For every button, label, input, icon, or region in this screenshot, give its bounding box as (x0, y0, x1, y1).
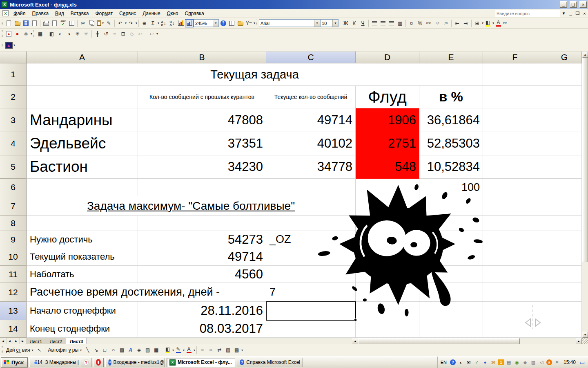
cell-B2[interactable]: Кол-во сообщений с прошлых курантов (138, 86, 266, 108)
copy-button[interactable] (87, 19, 96, 27)
line-button[interactable]: ╲ (83, 346, 92, 354)
line-color-button[interactable]: ✎ (174, 346, 183, 354)
cell-C12[interactable]: 7 (266, 283, 356, 302)
cell-D3[interactable]: 1906 (356, 108, 419, 132)
settings-button[interactable]: ✱ (22, 30, 30, 38)
font-size-select[interactable]: 10▾ (320, 19, 339, 27)
col-header-D[interactable]: D (356, 52, 419, 63)
cell-F8[interactable] (483, 216, 547, 231)
cell-D2[interactable]: Флуд (356, 86, 419, 108)
toolbar-grip[interactable] (2, 20, 3, 27)
restore-button[interactable]: ❏ (570, 1, 577, 8)
col-header-E[interactable]: E (419, 52, 483, 63)
increase-indent-button[interactable]: ⇥ (461, 19, 470, 27)
rectangle-button[interactable]: □ (100, 346, 109, 354)
taskbar-help-button[interactable]: ?Справка Microsoft Excel (237, 358, 303, 367)
reset-picture-button[interactable]: ↩ (136, 30, 145, 38)
tray-update-icon[interactable]: ● (482, 359, 488, 366)
menu-view[interactable]: Вид (52, 9, 67, 18)
cell-E12[interactable] (419, 283, 483, 302)
cell-B13[interactable]: 28.11.2016 (138, 302, 266, 320)
prev-sheet-button[interactable]: ◄ (7, 338, 13, 344)
zoom-dropdown-icon[interactable]: ▾ (213, 20, 218, 27)
cell-D9[interactable] (356, 231, 419, 248)
align-right-button[interactable] (387, 19, 396, 27)
font-color-dropdown-icon[interactable]: ▾ (194, 348, 195, 352)
cell-A10[interactable]: Текущий показатель (27, 248, 138, 266)
redo-button[interactable]: ↷ (127, 19, 135, 27)
insert-picture-button[interactable]: ▦ (36, 30, 45, 38)
cell-A5[interactable]: Бастион (27, 155, 138, 179)
tray-clock[interactable]: 15:40 (562, 359, 577, 365)
tray-mail-icon[interactable]: ✉ (466, 359, 472, 366)
cell-F10[interactable] (483, 248, 547, 266)
language-indicator[interactable]: EN (439, 360, 448, 365)
row-header-12[interactable]: 12 (0, 283, 27, 302)
cell-D11[interactable] (356, 266, 419, 283)
cell-G1[interactable] (547, 63, 582, 86)
col-header-A[interactable]: A (27, 52, 138, 63)
scroll-down-button[interactable]: ▼ (582, 332, 588, 338)
tray-display-icon[interactable]: ▭ (579, 359, 586, 366)
cell-D6[interactable] (356, 179, 419, 196)
italic-button[interactable]: К (350, 19, 359, 27)
col-header-B[interactable]: B (138, 52, 266, 63)
rotate-button[interactable]: ↺ (102, 30, 110, 38)
ask-question-input[interactable] (495, 10, 560, 17)
draw-actions-menu[interactable]: Действия▾ (4, 346, 35, 354)
cell-G2[interactable] (547, 86, 582, 108)
tray-avast-icon[interactable]: a (546, 359, 552, 365)
cell-G3[interactable] (547, 108, 582, 132)
cell-A7-merged[interactable]: Задача максимум- "Самые болтливые" (27, 196, 356, 216)
row-header-1[interactable]: 1 (0, 63, 27, 86)
line-style-button[interactable]: ≡ (198, 346, 207, 354)
bold-button[interactable]: Ж (341, 19, 350, 27)
oval-button[interactable]: ○ (109, 346, 118, 354)
cell-B10[interactable]: 49714 (138, 248, 266, 266)
tray-flag-icon[interactable]: ⚑ (554, 359, 560, 366)
currency-button[interactable]: ¤ (407, 19, 416, 27)
tray-usb-icon[interactable]: ✓ (474, 359, 480, 366)
row-header-3[interactable]: 3 (0, 108, 27, 132)
paste-button[interactable]: ▾ (96, 19, 105, 27)
cell-A2[interactable] (27, 86, 138, 108)
cell-A9[interactable]: Нужно достичь (27, 231, 138, 248)
start-button[interactable]: Пуск (1, 358, 28, 367)
cell-G6[interactable] (547, 179, 582, 196)
table-button[interactable] (227, 19, 236, 27)
menu-window[interactable]: Окно (164, 9, 182, 18)
font-color-button[interactable]: А (185, 346, 193, 354)
tray-shield-icon[interactable]: ◆ (522, 359, 528, 366)
cell-B4[interactable]: 37351 (138, 132, 266, 155)
cell-B9[interactable]: 54273 (138, 231, 266, 248)
cell-E10[interactable] (419, 248, 483, 266)
thousands-button[interactable]: 000 (424, 19, 433, 27)
taskbar-excel-button[interactable]: XMicrosoft Excel - флу... (167, 358, 235, 367)
last-sheet-button[interactable]: ► (20, 338, 26, 344)
toolbar-options-icon[interactable]: ▾ (156, 32, 158, 36)
sort-ascending-button[interactable]: АЯ↓ (159, 19, 168, 27)
tray-notification-badge[interactable]: 1 (498, 359, 504, 365)
fill-color-button[interactable]: ◧ (483, 19, 492, 27)
crop-button[interactable]: ╋ (93, 30, 102, 38)
threed-style-button[interactable]: ▩ (232, 346, 241, 354)
doc-minimize-button[interactable]: _ (567, 11, 574, 16)
tray-nvidia-icon[interactable]: ◉ (514, 359, 520, 366)
cell-C9[interactable]: _OZ (266, 231, 356, 248)
size-dropdown-icon[interactable]: ▾ (332, 20, 338, 27)
acrobat-button[interactable]: ▲ (4, 30, 13, 38)
taskbar-yandex-button[interactable]: Y (81, 358, 91, 367)
menu-data[interactable]: Данные (139, 9, 163, 18)
research-button[interactable] (67, 19, 76, 27)
cell-C6[interactable] (266, 179, 356, 196)
tray-volume-icon[interactable]: ◁ (538, 359, 545, 366)
cell-F11[interactable] (483, 266, 547, 283)
cell-F1[interactable] (483, 63, 547, 86)
merge-center-button[interactable]: ▦ (396, 19, 404, 27)
autoshapes-menu[interactable]: Автофигуры▾ (47, 346, 83, 354)
hyperlink-button[interactable]: ⊕ (140, 19, 149, 27)
cell-E4[interactable]: 52,85303 (419, 132, 483, 155)
cell-C14[interactable] (266, 320, 356, 338)
toolbar-options-icon[interactable]: ▾ (241, 348, 243, 352)
compress-button[interactable]: ⊡ (119, 30, 127, 38)
